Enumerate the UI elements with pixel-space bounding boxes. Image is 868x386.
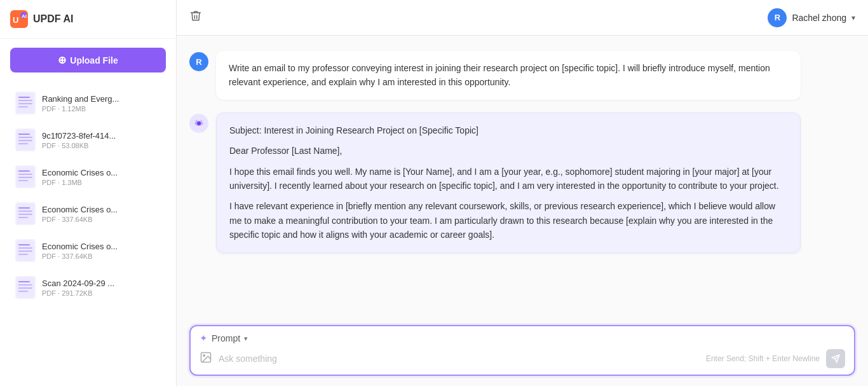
file-icon xyxy=(15,128,36,151)
svg-point-41 xyxy=(197,121,201,125)
upload-plus-icon: ⊕ xyxy=(58,54,66,66)
svg-rect-39 xyxy=(18,291,28,292)
svg-rect-15 xyxy=(18,143,28,144)
send-button[interactable] xyxy=(826,349,845,368)
svg-rect-12 xyxy=(18,134,30,135)
svg-point-43 xyxy=(201,120,203,121)
file-name: Ranking and Everg... xyxy=(42,94,119,104)
svg-text:AI: AI xyxy=(22,13,27,19)
image-attach-icon[interactable] xyxy=(200,351,212,367)
file-icon xyxy=(15,202,36,225)
ai-paragraph: Subject: Interest in Joining Research Pr… xyxy=(229,123,787,137)
main-panel: R Rachel zhong ▾ R Write an email to my … xyxy=(177,0,868,386)
svg-point-45 xyxy=(203,354,205,356)
file-list-item[interactable]: Scan 2024-09-29 ... PDF · 291.72KB xyxy=(5,270,171,305)
svg-rect-32 xyxy=(18,251,32,252)
svg-rect-20 xyxy=(18,177,32,178)
svg-rect-19 xyxy=(18,174,32,175)
file-meta: PDF · 291.72KB xyxy=(42,289,114,297)
svg-rect-26 xyxy=(18,214,32,215)
chat-area: R Write an email to my professor conveyi… xyxy=(177,36,868,315)
input-container: ✦ Prompt ▾ Enter Send; Shift + Enter New… xyxy=(189,325,855,376)
top-bar: R Rachel zhong ▾ xyxy=(177,0,868,36)
svg-point-42 xyxy=(196,120,198,121)
file-name: Economic Crises o... xyxy=(42,168,118,177)
svg-rect-27 xyxy=(18,217,28,218)
ai-message-bubble: Subject: Interest in Joining Research Pr… xyxy=(216,113,801,253)
file-icon xyxy=(15,165,36,188)
file-info: Economic Crises o... PDF · 337.64KB xyxy=(42,242,118,260)
file-icon xyxy=(15,92,36,114)
file-name: Scan 2024-09-29 ... xyxy=(42,279,114,288)
upload-file-button[interactable]: ⊕ Upload File xyxy=(10,48,166,72)
file-list-item[interactable]: Economic Crises o... PDF · 337.64KB xyxy=(5,233,171,268)
svg-rect-30 xyxy=(18,244,30,245)
user-message-row: R Write an email to my professor conveyi… xyxy=(189,51,855,100)
input-toolbar: ✦ Prompt ▾ xyxy=(200,333,845,344)
svg-rect-13 xyxy=(18,137,32,138)
svg-rect-25 xyxy=(18,210,32,212)
user-menu[interactable]: R Rachel zhong ▾ xyxy=(768,8,855,27)
svg-rect-38 xyxy=(18,287,32,289)
file-list-item[interactable]: Economic Crises o... PDF · 1.3MB xyxy=(5,159,171,195)
ai-paragraph: I have relevant experience in [briefly m… xyxy=(229,199,787,242)
file-icon xyxy=(15,276,36,299)
ai-message-text: Subject: Interest in Joining Research Pr… xyxy=(229,123,787,242)
file-info: Ranking and Everg... PDF · 1.12MB xyxy=(42,94,119,113)
svg-rect-6 xyxy=(18,97,30,98)
svg-rect-36 xyxy=(18,281,30,282)
user-avatar: R xyxy=(768,8,787,27)
prompt-label: Prompt xyxy=(212,333,240,343)
file-meta: PDF · 1.3MB xyxy=(42,179,118,186)
ai-paragraph: Dear Professor [Last Name], xyxy=(229,144,787,158)
app-logo-text: UPDF AI xyxy=(33,13,73,25)
input-row: Enter Send; Shift + Enter Newline xyxy=(200,349,845,368)
svg-rect-21 xyxy=(18,180,28,181)
user-name: Rachel zhong xyxy=(792,13,846,23)
chevron-down-icon: ▾ xyxy=(851,13,855,22)
svg-rect-9 xyxy=(18,106,28,107)
sparkle-icon: ✦ xyxy=(200,333,208,344)
input-area: ✦ Prompt ▾ Enter Send; Shift + Enter New… xyxy=(177,315,868,386)
prompt-dropdown-arrow[interactable]: ▾ xyxy=(244,334,248,343)
file-name: Economic Crises o... xyxy=(42,205,118,214)
updf-logo-icon: U AI xyxy=(10,10,28,28)
file-list-item[interactable]: 9c1f0723-8fef-414... PDF · 53.08KB xyxy=(5,122,171,158)
ask-input[interactable] xyxy=(219,354,700,364)
file-name: Economic Crises o... xyxy=(42,242,118,251)
ai-message-row: Subject: Interest in Joining Research Pr… xyxy=(189,113,855,253)
file-info: 9c1f0723-8fef-414... PDF · 53.08KB xyxy=(42,131,116,149)
file-meta: PDF · 53.08KB xyxy=(42,142,116,149)
trash-icon[interactable] xyxy=(189,10,202,25)
user-message-text: Write an email to my professor conveying… xyxy=(229,63,770,87)
sidebar: U AI UPDF AI ⊕ Upload File Ranking xyxy=(0,0,177,386)
user-message-avatar: R xyxy=(189,52,208,71)
svg-rect-31 xyxy=(18,247,32,249)
svg-rect-37 xyxy=(18,284,32,286)
svg-rect-14 xyxy=(18,140,32,141)
ai-message-avatar xyxy=(189,114,208,133)
svg-rect-8 xyxy=(18,103,32,104)
svg-rect-33 xyxy=(18,254,28,255)
file-list-item[interactable]: Ranking and Everg... PDF · 1.12MB xyxy=(5,85,171,121)
file-name: 9c1f0723-8fef-414... xyxy=(42,131,116,141)
user-message-bubble: Write an email to my professor conveying… xyxy=(216,51,801,100)
file-meta: PDF · 337.64KB xyxy=(42,252,118,260)
sidebar-header: U AI UPDF AI xyxy=(0,0,176,39)
upload-button-label: Upload File xyxy=(70,55,118,65)
ai-paragraph: I hope this email finds you well. My nam… xyxy=(229,165,787,193)
file-list: Ranking and Everg... PDF · 1.12MB 9c1f07… xyxy=(0,81,176,386)
file-info: Economic Crises o... PDF · 1.3MB xyxy=(42,168,118,186)
input-hint: Enter Send; Shift + Enter Newline xyxy=(706,354,820,363)
svg-rect-24 xyxy=(18,207,30,209)
file-info: Economic Crises o... PDF · 337.64KB xyxy=(42,205,118,223)
file-info: Scan 2024-09-29 ... PDF · 291.72KB xyxy=(42,279,114,297)
svg-rect-18 xyxy=(18,170,30,172)
file-icon xyxy=(15,239,36,262)
file-list-item[interactable]: Economic Crises o... PDF · 337.64KB xyxy=(5,196,171,231)
svg-rect-7 xyxy=(18,100,32,101)
svg-text:U: U xyxy=(13,15,18,25)
file-meta: PDF · 337.64KB xyxy=(42,216,118,223)
file-meta: PDF · 1.12MB xyxy=(42,105,119,113)
